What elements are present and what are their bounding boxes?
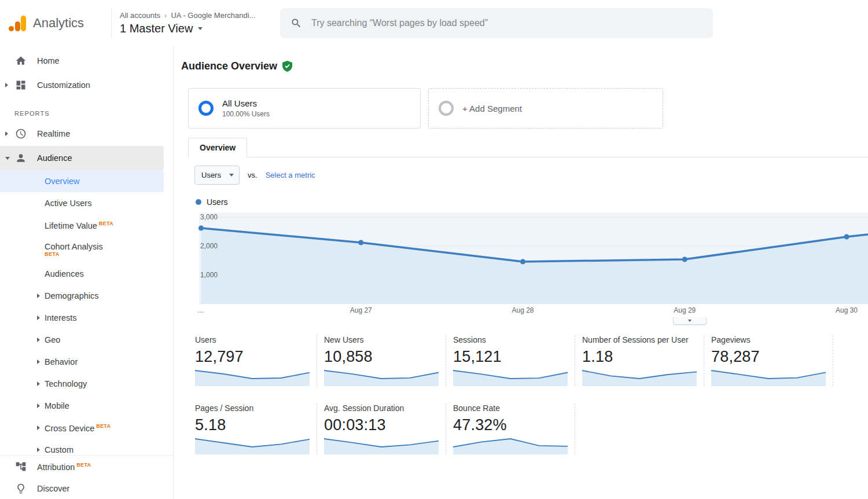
metric-sparkline bbox=[324, 437, 439, 454]
metric-card-label: Pageviews bbox=[711, 335, 827, 344]
metric-card-pageviews[interactable]: Pageviews 78,287 bbox=[711, 335, 833, 386]
sidebar-item-attribution[interactable]: AttributionBETA bbox=[0, 456, 173, 478]
search-bar[interactable] bbox=[280, 8, 713, 38]
metric-card-sessions-per-user[interactable]: Number of Sessions per User 1.18 bbox=[582, 335, 704, 386]
metric-card-new-users[interactable]: New Users 10,858 bbox=[324, 335, 446, 386]
sidebar-item-cross-device[interactable]: Cross DeviceBETA bbox=[0, 417, 173, 439]
add-segment-button[interactable]: + Add Segment bbox=[428, 88, 663, 129]
beta-badge: BETA bbox=[76, 462, 91, 468]
metric-card-label: New Users bbox=[324, 335, 440, 344]
sidebar-item-custom[interactable]: Custom bbox=[0, 439, 173, 455]
metric-dropdown[interactable]: Users bbox=[194, 166, 240, 185]
sidebar-item-geo[interactable]: Geo bbox=[0, 329, 173, 351]
x-axis-tick: Aug 29 bbox=[674, 306, 696, 314]
sidebar-item-interests[interactable]: Interests bbox=[0, 307, 173, 329]
metric-card-pages-per-session[interactable]: Pages / Session 5.18 bbox=[195, 403, 317, 454]
chevron-down-icon bbox=[229, 174, 234, 177]
select-metric-link[interactable]: Select a metric bbox=[266, 171, 315, 179]
discover-lightbulb-icon bbox=[15, 483, 27, 494]
sidebar-item-label: Cohort Analysis bbox=[45, 242, 103, 251]
sidebar-item-label: Cross Device bbox=[45, 423, 94, 432]
caret-down-icon bbox=[688, 320, 692, 322]
beta-badge: BETA bbox=[99, 221, 113, 226]
analytics-logo[interactable]: Analytics bbox=[0, 14, 111, 32]
sidebar-item-active-users[interactable]: Active Users bbox=[0, 192, 173, 214]
sidebar-item-label: Overview bbox=[45, 177, 79, 186]
report-tabbar: Overview bbox=[188, 138, 868, 157]
caret-right-icon bbox=[37, 359, 40, 364]
sidebar-item-label: Interests bbox=[45, 313, 77, 322]
account-breadcrumb: All accounts › UA - Google Merchandi... … bbox=[111, 8, 271, 38]
summary-cards-row-2: Pages / Session 5.18 Avg. Session Durati… bbox=[195, 403, 868, 454]
sidebar-item-customization[interactable]: Customization bbox=[0, 73, 173, 97]
metric-card-label: Avg. Session Duration bbox=[324, 403, 440, 413]
metric-card-value: 5.18 bbox=[195, 416, 311, 434]
sidebar-item-lifetime-value[interactable]: Lifetime ValueBETA bbox=[0, 214, 173, 236]
sidebar-item-behavior[interactable]: Behavior bbox=[0, 351, 173, 373]
metric-card-label: Sessions bbox=[453, 335, 569, 344]
metric-card-sessions[interactable]: Sessions 15,121 bbox=[453, 335, 575, 386]
sidebar-item-label: Audience bbox=[37, 153, 72, 163]
breadcrumb-account[interactable]: UA - Google Merchandi... bbox=[171, 11, 255, 20]
metric-card-bounce-rate[interactable]: Bounce Rate 47.32% bbox=[453, 403, 575, 454]
caret-right-icon bbox=[37, 381, 40, 386]
sidebar-item-label: Customization bbox=[37, 80, 90, 90]
sidebar-item-audiences[interactable]: Audiences bbox=[0, 263, 173, 285]
metric-card-label: Bounce Rate bbox=[453, 403, 569, 413]
segment-radio-icon bbox=[198, 101, 214, 116]
sidebar-item-label: Geo bbox=[45, 335, 60, 344]
caret-right-icon bbox=[37, 447, 40, 452]
metric-card-value: 1.18 bbox=[582, 348, 698, 366]
metric-sparkline bbox=[453, 437, 568, 454]
chart-collapse-button[interactable] bbox=[673, 317, 707, 325]
segment-all-users[interactable]: All Users 100.00% Users bbox=[188, 88, 421, 129]
sidebar-item-label: Behavior bbox=[45, 357, 78, 366]
verified-shield-icon bbox=[282, 61, 292, 72]
sidebar-item-cohort-analysis[interactable]: Cohort Analysis BETA bbox=[0, 236, 173, 263]
caret-right-icon bbox=[37, 293, 40, 298]
view-selector[interactable]: 1 Master View bbox=[120, 22, 271, 35]
breadcrumb: All accounts › UA - Google Merchandi... bbox=[120, 11, 271, 20]
metric-sparkline bbox=[324, 369, 439, 386]
caret-right-icon bbox=[37, 425, 40, 430]
metric-picker-row: Users vs. Select a metric bbox=[194, 166, 868, 185]
metric-card-label: Pages / Session bbox=[195, 403, 311, 413]
metric-sparkline bbox=[582, 369, 697, 386]
metric-sparkline bbox=[453, 369, 568, 386]
page-title: Audience Overview bbox=[181, 60, 277, 72]
audience-person-icon bbox=[15, 152, 27, 164]
tab-overview[interactable]: Overview bbox=[188, 138, 247, 157]
sidebar-item-home[interactable]: Home bbox=[0, 49, 173, 73]
sidebar-item-audience[interactable]: Audience bbox=[0, 146, 164, 170]
nav-scroll-area: Home Customization REPORTS Realtime Audi… bbox=[0, 46, 173, 455]
sidebar-item-overview[interactable]: Overview bbox=[0, 170, 164, 192]
segment-title: All Users bbox=[222, 98, 270, 108]
y-axis-tick: 1,000 bbox=[200, 270, 218, 280]
sidebar-item-label: Demographics bbox=[45, 291, 99, 300]
sidebar-item-mobile[interactable]: Mobile bbox=[0, 395, 173, 417]
metric-card-avg-session-duration[interactable]: Avg. Session Duration 00:03:13 bbox=[324, 403, 446, 454]
sidebar-item-realtime[interactable]: Realtime bbox=[0, 122, 173, 146]
sidebar-item-discover[interactable]: Discover bbox=[0, 478, 173, 499]
sidebar-item-technology[interactable]: Technology bbox=[0, 373, 173, 395]
breadcrumb-separator-icon: › bbox=[164, 11, 167, 20]
sidebar-item-demographics[interactable]: Demographics bbox=[0, 285, 173, 307]
sidebar-item-label: Audiences bbox=[45, 269, 84, 278]
metric-card-users[interactable]: Users 12,797 bbox=[195, 335, 317, 386]
search-input[interactable] bbox=[310, 17, 703, 29]
sidebar-item-label: Lifetime Value bbox=[45, 221, 97, 230]
metric-sparkline bbox=[711, 369, 826, 386]
vs-label: vs. bbox=[248, 171, 258, 179]
metric-card-label: Users bbox=[195, 335, 311, 344]
x-axis-tick: Aug 30 bbox=[836, 306, 858, 314]
x-axis-tick: Aug 27 bbox=[350, 306, 372, 314]
breadcrumb-all-accounts[interactable]: All accounts bbox=[120, 11, 160, 20]
attribution-icon bbox=[15, 461, 27, 472]
search-icon bbox=[290, 17, 302, 29]
sidebar-item-label: Technology bbox=[45, 379, 87, 388]
sidebar-item-label: Realtime bbox=[37, 129, 70, 138]
chevron-down-icon bbox=[198, 27, 203, 30]
legend-label: Users bbox=[207, 197, 228, 207]
realtime-clock-icon bbox=[15, 128, 27, 140]
caret-down-icon bbox=[5, 157, 10, 160]
